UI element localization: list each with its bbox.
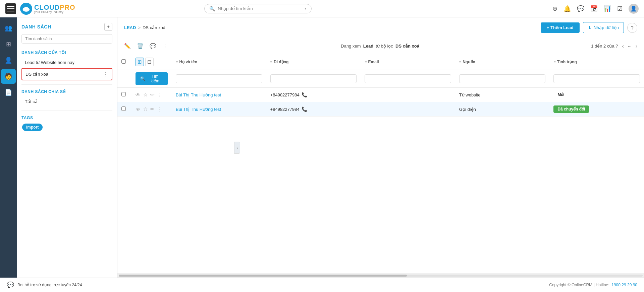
row-more-icon-2[interactable]: ⋮ <box>157 106 162 112</box>
row-edit-icon-2[interactable]: ✏ <box>150 106 155 112</box>
nav-icon-person[interactable]: 👤 <box>1 53 16 68</box>
table-header-row: ⊞ ⊟ ≡ Họ và tên <box>117 54 644 70</box>
chat-icon[interactable]: 💬 <box>577 5 584 12</box>
add-icon[interactable]: ⊕ <box>552 5 557 12</box>
messenger-icon[interactable]: 💬 <box>7 281 14 289</box>
table-row: 👁 ☆ ✏ ⋮ Bùi Thị Thu Hướng test <box>117 87 644 102</box>
collapse-panel-button[interactable]: ‹ <box>234 142 240 154</box>
tag-import[interactable]: import <box>22 124 43 131</box>
list-item-ds-can-xoa[interactable]: DS cần xoá ⋮ <box>21 68 112 80</box>
horizontal-scrollbar[interactable] <box>117 273 644 278</box>
leads-table: ⊞ ⊟ ≡ Họ và tên <box>117 54 644 117</box>
list-item-lead-website[interactable]: Lead từ Website hôm nay <box>21 58 112 67</box>
header-checkbox[interactable] <box>121 59 126 64</box>
breadcrumb: LEAD > DS cần xoá <box>124 25 165 30</box>
add-list-button[interactable]: + <box>104 23 112 31</box>
danh-sach-cua-toi-title: DANH SÁCH CỦA TÔI <box>21 50 112 55</box>
next-page-button[interactable]: › <box>634 43 639 50</box>
table-toolbar: ✏️ 🗑️ 💬 ⋮ Đang xem Lead từ bộ lọc DS cần… <box>117 38 644 54</box>
search-source-input[interactable] <box>459 74 546 83</box>
chart-icon[interactable]: 📊 <box>604 5 611 12</box>
col-icon-source: ≡ <box>459 60 461 64</box>
grid-view-button[interactable]: ⊞ <box>136 58 144 66</box>
search-row-icon: 🔍 <box>140 76 145 81</box>
row-name-link-1[interactable]: Bùi Thị Thu Hướng test <box>176 92 221 97</box>
col-tinh-trang: ≡ Tình trạng <box>549 54 644 70</box>
logo-text: CLOUDPRO <box>34 4 75 11</box>
list-item-menu-icon[interactable]: ⋮ <box>103 71 108 77</box>
danh-sach-chia-se-title: DANH SÁCH CHIA SẼ <box>21 89 112 94</box>
search-row-button[interactable]: 🔍 Tìm kiếm <box>136 72 168 85</box>
bottom-bar: 💬 Bot hỗ trợ sử dụng trực tuyến 24/24 Co… <box>0 278 644 292</box>
phone-call-icon-1[interactable]: 📞 <box>302 92 307 97</box>
search-status-input[interactable] <box>553 74 640 83</box>
global-search[interactable]: 🔍 ▾ <box>204 4 312 13</box>
table-container: ✏️ 🗑️ 💬 ⋮ Đang xem Lead từ bộ lọc DS cần… <box>117 38 644 278</box>
pagination: 1 đến 2 của ? ‹ ··· › <box>591 43 639 50</box>
search-name-input[interactable] <box>176 74 262 83</box>
calendar-icon[interactable]: 📅 <box>590 5 598 12</box>
search-list-input[interactable] <box>21 34 112 44</box>
divider <box>21 84 112 85</box>
more-toolbar-icon[interactable]: ⋮ <box>161 42 169 51</box>
row-edit-icon-1[interactable]: ✏ <box>150 92 155 98</box>
search-email-input[interactable] <box>365 74 451 83</box>
row-more-icon-1[interactable]: ⋮ <box>157 92 162 98</box>
row-source-2: Gọi điện <box>455 102 550 117</box>
nav-icon-grid[interactable]: ⊞ <box>1 37 16 52</box>
main-layout: 👥 ⊞ 👤 🧑 📄 DANH SÁCH + DANH SÁCH CỦA TÔI … <box>0 17 644 278</box>
col-icon-status: ≡ <box>553 60 555 64</box>
comment-toolbar-icon[interactable]: 💬 <box>148 42 158 51</box>
delete-toolbar-icon[interactable]: 🗑️ <box>136 42 145 51</box>
phone-call-icon-2[interactable]: 📞 <box>302 106 307 112</box>
row-view-icon-2[interactable]: 👁 <box>136 106 141 112</box>
nav-icon-users[interactable]: 👥 <box>1 21 16 35</box>
row-actions-1: 👁 ☆ ✏ ⋮ <box>136 92 168 98</box>
list-view-button[interactable]: ⊟ <box>145 58 154 66</box>
filter-info: Đang xem Lead từ bộ lọc DS cần xoá <box>172 44 588 49</box>
svg-point-3 <box>24 7 29 11</box>
col-icon-email: ≡ <box>365 60 367 64</box>
row-checkbox-2[interactable] <box>121 106 126 111</box>
search-input[interactable] <box>218 6 302 11</box>
list-item-tat-ca[interactable]: Tất cả <box>21 97 112 106</box>
edit-toolbar-icon[interactable]: ✏️ <box>123 42 132 51</box>
add-lead-button[interactable]: + Thêm Lead <box>541 22 580 33</box>
col-email: ≡ Email <box>361 54 455 70</box>
pagination-more[interactable]: ··· <box>628 44 632 49</box>
row-phone-2: +84982277984 📞 <box>266 102 361 117</box>
col-ho-va-ten: ≡ Họ và tên <box>172 54 266 70</box>
header-actions: + Thêm Lead ⬇ Nhập dữ liệu ? <box>541 22 637 33</box>
copyright: Copyright © OnlineCRM | Hotline: 1900 29… <box>549 283 637 287</box>
hotline-link[interactable]: 1900 29 29 90 <box>611 283 637 287</box>
search-phone-input[interactable] <box>270 74 357 83</box>
search-icon: 🔍 <box>209 6 215 11</box>
scrollbar-track <box>119 275 643 277</box>
checklist-icon[interactable]: ☑ <box>617 5 623 12</box>
scrollbar-thumb <box>119 275 407 277</box>
user-avatar[interactable]: 👤 <box>629 4 639 14</box>
row-phone-1: +84982277984 📞 <box>266 87 361 102</box>
import-button[interactable]: ⬇ Nhập dữ liệu <box>583 22 624 33</box>
topbar-right-actions: ⊕ 🔔 💬 📅 📊 ☑ 👤 <box>552 4 639 14</box>
tags-title: TAGS <box>21 116 112 120</box>
status-badge-2: Đã chuyển đổi <box>553 105 589 113</box>
row-star-icon-2[interactable]: ☆ <box>143 106 148 112</box>
row-email-2 <box>361 102 455 117</box>
bell-icon[interactable]: 🔔 <box>564 5 571 12</box>
bot-support-text: Bot hỗ trợ sử dụng trực tuyến 24/24 <box>17 283 82 287</box>
row-status-2: Đã chuyển đổi <box>549 102 644 117</box>
row-checkbox-1[interactable] <box>121 92 126 96</box>
row-status-1: Mới <box>549 87 644 102</box>
row-star-icon-1[interactable]: ☆ <box>143 92 148 98</box>
help-button[interactable]: ? <box>627 23 637 33</box>
row-name-link-2[interactable]: Bùi Thị Thu Hướng test <box>176 107 221 112</box>
status-badge-1: Mới <box>553 91 568 98</box>
hamburger-menu[interactable] <box>5 3 16 14</box>
breadcrumb-lead[interactable]: LEAD <box>124 25 136 30</box>
logo: CLOUDPRO your CRM by Industry <box>20 3 75 15</box>
nav-icon-file[interactable]: 📄 <box>1 85 16 100</box>
row-view-icon-1[interactable]: 👁 <box>136 92 141 98</box>
prev-page-button[interactable]: ‹ <box>621 43 625 50</box>
nav-icon-contact[interactable]: 🧑 <box>1 69 16 84</box>
